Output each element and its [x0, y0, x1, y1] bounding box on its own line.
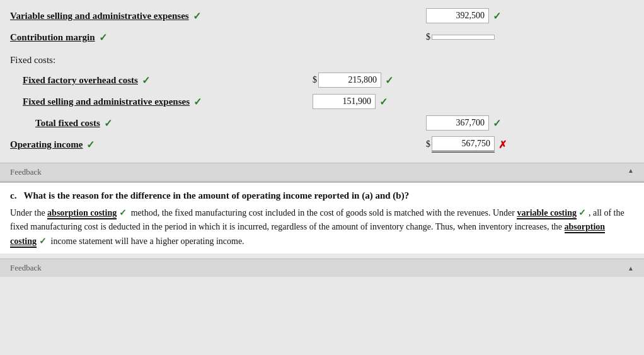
- feedback-label-2: Feedback: [10, 263, 42, 273]
- fixed-costs-header-row: Fixed costs:: [10, 48, 634, 69]
- section-c-title: c. What is the reason for the difference…: [10, 190, 634, 201]
- variable-selling-label-col: Variable selling and administrative expe…: [10, 10, 313, 22]
- section-c-paragraph: Under the absorption costing ✓ method, t…: [10, 206, 634, 248]
- total-fixed-label-col: Total fixed costs ✓: [10, 117, 313, 129]
- fixed-selling-admin-input-col1: 151,900 ✓: [313, 94, 413, 109]
- operating-income-check: ✓: [86, 139, 95, 151]
- operating-income-row: Operating income ✓ $ 567,750 ✗: [10, 134, 634, 155]
- fixed-factory-label: Fixed factory overhead costs: [23, 75, 138, 86]
- total-fixed-check: ✓: [104, 117, 112, 129]
- operating-income-label: Operating income: [10, 139, 83, 150]
- total-fixed-input-col2: 367,700 ✓: [426, 115, 527, 131]
- income-statement-section: Variable selling and administrative expe…: [0, 5, 644, 158]
- absorption-costing-1: absorption costing: [47, 208, 117, 219]
- contribution-margin-check: ✓: [99, 32, 107, 44]
- fixed-factory-col1-check: ✓: [385, 74, 393, 86]
- feedback-label-1: Feedback: [10, 167, 42, 177]
- fixed-factory-value: 215,800: [318, 73, 381, 88]
- contribution-margin-row: Contribution margin ✓ $: [10, 26, 634, 48]
- operating-income-value: 567,750: [432, 136, 495, 153]
- fixed-selling-admin-label: Fixed selling and administrative expense…: [23, 96, 190, 107]
- section-c-letter: c.: [10, 190, 16, 201]
- total-fixed-col2-check: ✓: [493, 117, 501, 129]
- variable-selling-value: 392,500: [426, 8, 489, 23]
- section-c: c. What is the reason for the difference…: [0, 182, 644, 253]
- scroll-arrow-1[interactable]: ▲: [628, 167, 634, 174]
- variable-selling-input-col2: 392,500 ✓: [426, 8, 527, 23]
- contribution-margin-label: Contribution margin: [10, 32, 95, 43]
- fixed-factory-check: ✓: [142, 74, 150, 86]
- total-fixed-row: Total fixed costs ✓ 367,700 ✓: [10, 112, 634, 134]
- fixed-factory-label-col: Fixed factory overhead costs ✓: [10, 74, 313, 86]
- fixed-factory-row: Fixed factory overhead costs ✓ $ 215,800…: [10, 69, 634, 91]
- para-end2: income statement will have a higher oper…: [51, 236, 244, 246]
- variable-selling-label: Variable selling and administrative expe…: [10, 11, 189, 21]
- absorption-check-1: ✓: [119, 208, 127, 218]
- contribution-margin-value[interactable]: [432, 35, 495, 40]
- operating-income-label-col: Operating income ✓: [10, 139, 313, 151]
- fixed-selling-admin-check: ✓: [193, 96, 202, 108]
- total-fixed-value: 367,700: [426, 115, 489, 131]
- page-container: Variable selling and administrative expe…: [0, 0, 644, 355]
- para-middle1: method, the fixed manufacturing cost inc…: [131, 208, 515, 218]
- contribution-margin-input-col2: $: [426, 32, 527, 42]
- fixed-costs-header-label: Fixed costs:: [10, 51, 55, 67]
- operating-income-dollar: $: [426, 139, 430, 149]
- variable-selling-col2-check: ✓: [493, 10, 501, 22]
- variable-check-1: ✓: [578, 208, 586, 218]
- fixed-costs-header-label-col: Fixed costs:: [10, 51, 313, 67]
- variable-selling-row: Variable selling and administrative expe…: [10, 5, 634, 26]
- feedback-bar-2: Feedback ▲: [0, 259, 644, 277]
- variable-selling-check: ✓: [193, 10, 201, 22]
- fixed-selling-admin-row: Fixed selling and administrative expense…: [10, 91, 634, 112]
- fixed-selling-admin-col1-check: ✓: [379, 96, 388, 108]
- section-c-body: Under the absorption costing ✓ method, t…: [10, 206, 634, 248]
- operating-income-input-col2: $ 567,750 ✗: [426, 136, 527, 153]
- total-fixed-label: Total fixed costs: [35, 118, 100, 129]
- contribution-margin-dollar: $: [426, 32, 430, 42]
- variable-costing-1: variable costing: [517, 208, 577, 219]
- section-c-question: What is the reason for the difference in…: [23, 190, 409, 201]
- operating-income-x: ✗: [498, 139, 507, 151]
- fixed-selling-admin-value: 151,900: [313, 94, 376, 109]
- fixed-factory-input-col1: $ 215,800 ✓: [313, 73, 413, 88]
- scroll-arrow-2[interactable]: ▲: [628, 265, 634, 272]
- absorption-check-2: ✓: [39, 236, 47, 246]
- para-before1: Under the: [10, 208, 45, 218]
- fixed-factory-dollar: $: [313, 75, 317, 85]
- feedback-bar-1: Feedback ▲: [0, 163, 644, 182]
- fixed-selling-admin-label-col: Fixed selling and administrative expense…: [10, 96, 313, 108]
- contribution-margin-label-col: Contribution margin ✓: [10, 32, 313, 44]
